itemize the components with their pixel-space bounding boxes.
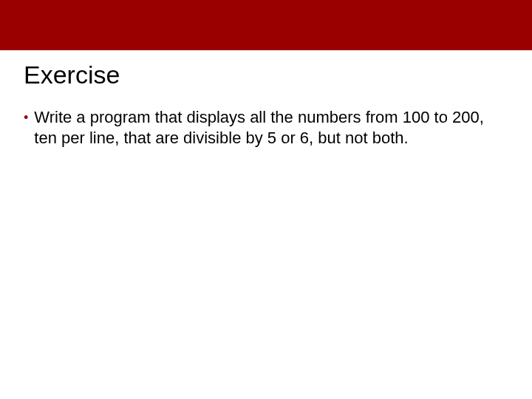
bullet-dot-icon: • [24,107,28,128]
top-banner [0,0,532,50]
bullet-item: • Write a program that displays all the … [24,107,508,149]
slide-title: Exercise [24,61,508,89]
slide-content: Exercise • Write a program that displays… [0,50,532,149]
bullet-text: Write a program that displays all the nu… [34,107,508,149]
